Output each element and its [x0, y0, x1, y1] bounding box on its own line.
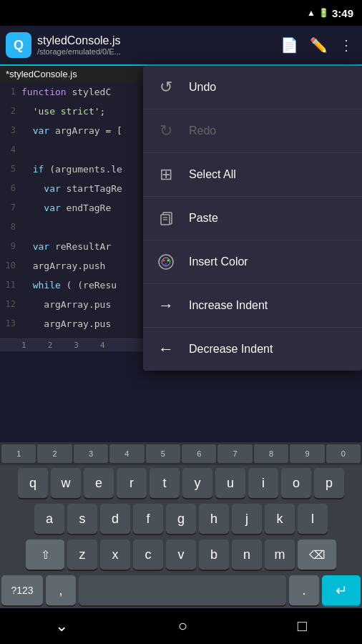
key-c[interactable]: c	[133, 540, 163, 570]
key-t[interactable]: t	[150, 468, 180, 498]
key-f[interactable]: f	[133, 504, 163, 534]
key-n[interactable]: n	[232, 540, 262, 570]
key-x[interactable]: x	[100, 540, 130, 570]
line-content-1: function styledC	[21, 82, 111, 102]
key-w[interactable]: w	[51, 468, 81, 498]
line-content-7: var endTagRe	[21, 198, 111, 218]
line-num-8: 8	[0, 218, 21, 237]
edit-icon[interactable]: ✏️	[307, 34, 331, 57]
line-content-11: while ( (reResu	[21, 275, 117, 295]
keyboard: 1 2 3 4 5 6 7 8 9 0 q w e r t y u i o p …	[0, 442, 362, 608]
nav-recents-icon[interactable]: □	[298, 617, 307, 635]
menu-label-increase-indent: Increase Indent	[189, 299, 268, 312]
line-num-2: 2	[0, 102, 21, 121]
period-key[interactable]: .	[289, 575, 319, 605]
ruler-1: 1	[21, 341, 26, 350]
key-z[interactable]: z	[67, 540, 97, 570]
menu-item-decrease-indent[interactable]: ← Decrease Indent	[143, 328, 362, 371]
menu-item-insert-color[interactable]: Insert Color	[143, 240, 362, 284]
menu-item-select-all[interactable]: ⊞ Select All	[143, 153, 362, 197]
ruler-2: 2	[48, 341, 53, 350]
key-b[interactable]: b	[199, 540, 229, 570]
key-j[interactable]: j	[232, 504, 262, 534]
decrease-indent-icon: ←	[155, 338, 177, 361]
key-a[interactable]: a	[34, 504, 64, 534]
line-content-3: var argArray = [	[21, 121, 122, 140]
context-menu: ↺ Undo ↻ Redo ⊞ Select All Paste	[143, 66, 362, 371]
key-u[interactable]: u	[215, 468, 245, 498]
app-title: styledConsole.js	[37, 34, 272, 47]
keyboard-bottom-row: ?123 , . ↵	[0, 572, 362, 608]
key-i[interactable]: i	[248, 468, 278, 498]
line-content-5: if (arguments.le	[21, 160, 122, 179]
line-num-1: 1	[0, 82, 21, 102]
key-5[interactable]: 5	[146, 444, 180, 463]
ruler-4: 4	[100, 341, 105, 350]
nav-back-icon[interactable]: ⌄	[55, 617, 68, 635]
key-r[interactable]: r	[117, 468, 147, 498]
key-7[interactable]: 7	[217, 444, 252, 463]
keyboard-row-1: q w e r t y u i o p	[0, 465, 362, 501]
key-p[interactable]: p	[314, 468, 344, 498]
line-content-12: argArray.pus	[21, 295, 111, 314]
line-num-3: 3	[0, 121, 21, 140]
active-tab[interactable]: *styledConsole.js	[6, 69, 77, 79]
key-m[interactable]: m	[265, 540, 295, 570]
line-num-5: 5	[0, 160, 21, 179]
line-content-9: var reResultAr	[21, 237, 111, 256]
num-switch-key[interactable]: ?123	[1, 575, 43, 605]
key-h[interactable]: h	[199, 504, 229, 534]
menu-item-redo[interactable]: ↻ Redo	[143, 109, 362, 153]
menu-label-decrease-indent: Decrease Indent	[189, 343, 273, 356]
line-num-10: 10	[0, 256, 21, 275]
comma-key[interactable]: ,	[46, 575, 76, 605]
status-time: 3:49	[332, 7, 353, 19]
key-k[interactable]: k	[265, 504, 295, 534]
key-2[interactable]: 2	[37, 444, 72, 463]
increase-indent-icon: →	[155, 294, 177, 317]
nav-home-icon[interactable]: ○	[178, 617, 187, 635]
menu-item-increase-indent[interactable]: → Increase Indent	[143, 284, 362, 328]
line-num-6: 6	[0, 179, 21, 198]
svg-point-4	[159, 255, 173, 269]
key-v[interactable]: v	[166, 540, 196, 570]
key-s[interactable]: s	[67, 504, 97, 534]
app-logo: Q	[6, 32, 31, 58]
key-4[interactable]: 4	[109, 444, 144, 463]
file-icon[interactable]: 📄	[278, 34, 301, 57]
battery-icon: 🔋	[318, 8, 329, 18]
key-d[interactable]: d	[100, 504, 130, 534]
key-o[interactable]: o	[281, 468, 311, 498]
key-g[interactable]: g	[166, 504, 196, 534]
backspace-key[interactable]: ⌫	[298, 540, 336, 570]
key-9[interactable]: 9	[290, 444, 324, 463]
line-num-4: 4	[0, 140, 21, 160]
ruler-3: 3	[74, 341, 79, 350]
line-content-2: 'use strict';	[21, 102, 105, 121]
menu-label-select-all: Select All	[189, 168, 236, 181]
line-num-7: 7	[0, 198, 21, 218]
menu-item-paste[interactable]: Paste	[143, 197, 362, 240]
key-1[interactable]: 1	[1, 444, 36, 463]
spacebar-key[interactable]	[79, 575, 286, 605]
keyboard-row-2: a s d f g h j k l	[0, 501, 362, 537]
keyboard-number-row: 1 2 3 4 5 6 7 8 9 0	[0, 442, 362, 465]
line-num-9: 9	[0, 237, 21, 256]
more-icon[interactable]: ⋮	[336, 34, 356, 57]
menu-item-undo[interactable]: ↺ Undo	[143, 66, 362, 109]
key-q[interactable]: q	[18, 468, 48, 498]
key-3[interactable]: 3	[74, 444, 108, 463]
status-icons: ▲ 🔋 3:49	[307, 7, 353, 19]
shift-key[interactable]: ⇧	[26, 540, 64, 570]
key-0[interactable]: 0	[326, 444, 361, 463]
line-content-13: argArray.pus	[21, 314, 111, 333]
key-y[interactable]: y	[182, 468, 212, 498]
menu-label-insert-color: Insert Color	[189, 255, 248, 268]
key-8[interactable]: 8	[254, 444, 288, 463]
svg-point-6	[167, 260, 170, 262]
key-6[interactable]: 6	[182, 444, 216, 463]
key-l[interactable]: l	[298, 504, 328, 534]
app-subtitle: /storage/emulated/0/E...	[37, 47, 272, 56]
enter-key[interactable]: ↵	[322, 575, 361, 605]
key-e[interactable]: e	[84, 468, 114, 498]
